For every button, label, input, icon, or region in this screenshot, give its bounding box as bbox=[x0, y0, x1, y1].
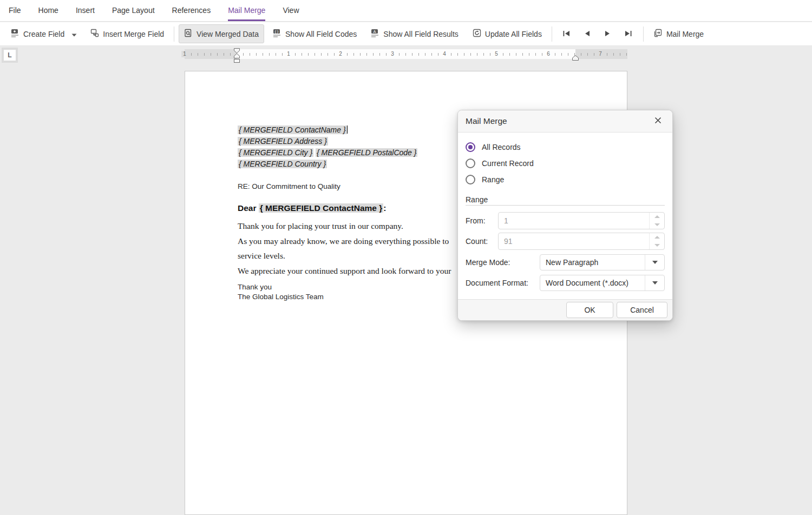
tab-view[interactable]: View bbox=[283, 0, 299, 21]
next-record-icon bbox=[605, 29, 610, 39]
current-record-label: Current Record bbox=[482, 159, 534, 168]
toolbar-separator bbox=[552, 27, 552, 42]
count-field-box bbox=[498, 233, 665, 250]
insert-merge-field-label: Insert Merge Field bbox=[103, 30, 164, 38]
create-field-caret-icon bbox=[71, 30, 77, 38]
left-indent-markers[interactable] bbox=[234, 48, 240, 65]
spin-down-icon bbox=[654, 244, 660, 247]
view-merged-data-button[interactable]: View Merged Data bbox=[179, 24, 264, 43]
view-merged-data-icon bbox=[184, 29, 193, 39]
show-all-field-codes-icon: {) bbox=[273, 29, 281, 39]
mail-merge-dialog: Mail Merge All Records Current Record Ra… bbox=[457, 110, 673, 321]
first-record-button[interactable] bbox=[556, 26, 577, 42]
closing-line: Thank you bbox=[238, 282, 324, 292]
ruler-number: 2 bbox=[337, 51, 344, 57]
ok-button[interactable]: OK bbox=[566, 302, 613, 318]
count-label: Count: bbox=[466, 237, 498, 246]
radio-row-all-records[interactable]: All Records bbox=[466, 139, 665, 155]
create-field-icon bbox=[11, 29, 19, 39]
document-format-dropdown[interactable]: Word Document (*.docx) bbox=[540, 275, 665, 291]
toolbar-separator bbox=[174, 27, 174, 42]
ruler-number: 6 bbox=[545, 51, 552, 57]
tab-stop-selector[interactable]: L bbox=[2, 48, 18, 63]
all-records-label: All Records bbox=[482, 143, 521, 151]
tab-insert[interactable]: Insert bbox=[76, 0, 95, 21]
radio-row-range[interactable]: Range bbox=[466, 171, 665, 188]
closing-line: The Global Logistics Team bbox=[238, 292, 324, 302]
mail-merge-label: Mail Merge bbox=[666, 30, 704, 38]
chevron-down-icon bbox=[652, 261, 658, 264]
merge-mode-dropdown-button[interactable] bbox=[645, 255, 664, 270]
create-field-label: Create Field bbox=[23, 30, 64, 38]
first-line-indent-marker bbox=[234, 49, 240, 54]
subject-line: RE: Our Commitment to Quality bbox=[238, 182, 340, 190]
merge-mode-dropdown[interactable]: New Paragraph bbox=[540, 254, 665, 270]
show-all-field-results-label: Show All Field Results bbox=[383, 30, 459, 38]
view-merged-data-label: View Merged Data bbox=[197, 30, 259, 38]
right-indent-marker[interactable] bbox=[572, 53, 579, 63]
create-field-dropdown[interactable] bbox=[68, 25, 81, 43]
from-spin-up-button[interactable] bbox=[650, 213, 664, 221]
spin-up-icon bbox=[654, 215, 660, 218]
from-input[interactable] bbox=[499, 213, 649, 229]
dialog-footer: OK Cancel bbox=[458, 299, 672, 320]
svg-text:A: A bbox=[374, 29, 376, 34]
insert-merge-field-icon bbox=[90, 29, 99, 39]
dialog-title: Mail Merge bbox=[466, 116, 651, 126]
update-all-fields-button[interactable]: Update All Fields bbox=[467, 24, 547, 43]
body-line: service levels. bbox=[238, 248, 451, 263]
previous-record-button[interactable] bbox=[577, 26, 598, 42]
document-format-dropdown-button[interactable] bbox=[645, 275, 664, 290]
insert-merge-field-button[interactable]: Insert Merge Field bbox=[85, 24, 169, 43]
from-label: From: bbox=[466, 216, 498, 225]
create-field-button[interactable]: Create Field bbox=[5, 24, 70, 43]
radio-row-current-record[interactable]: Current Record bbox=[466, 155, 665, 171]
toolbar-separator bbox=[643, 27, 644, 42]
tab-file[interactable]: File bbox=[9, 0, 21, 21]
close-icon bbox=[654, 116, 662, 126]
address-block: { MERGEFIELD ContactName } { MERGEFIELD … bbox=[238, 124, 417, 170]
mergefield-address: { MERGEFIELD Address } bbox=[238, 137, 328, 146]
mergefield-contactname: { MERGEFIELD ContactName } bbox=[238, 126, 347, 134]
dialog-close-button[interactable] bbox=[651, 114, 665, 128]
ruler-number: 1 bbox=[285, 51, 292, 57]
document-format-value: Word Document (*.docx) bbox=[540, 279, 645, 287]
update-all-fields-icon bbox=[473, 29, 481, 39]
tab-references[interactable]: References bbox=[172, 0, 211, 21]
mergefield-country: { MERGEFIELD Country } bbox=[238, 160, 327, 168]
ruler-number: 5 bbox=[493, 51, 500, 57]
last-record-button[interactable] bbox=[618, 26, 639, 42]
merge-mode-value: New Paragraph bbox=[540, 258, 645, 267]
merge-mode-label: Merge Mode: bbox=[466, 258, 540, 267]
range-section-label: Range bbox=[466, 195, 665, 205]
from-spin-down-button[interactable] bbox=[650, 221, 664, 229]
show-all-field-results-button[interactable]: A Show All Field Results bbox=[365, 24, 464, 43]
count-input[interactable] bbox=[499, 233, 649, 249]
tab-page-layout[interactable]: Page Layout bbox=[112, 0, 155, 21]
document-format-label: Document Format: bbox=[466, 279, 540, 287]
letter-body: Thank you for placing your trust in our … bbox=[238, 219, 451, 278]
range-radio[interactable] bbox=[466, 175, 475, 184]
current-record-radio[interactable] bbox=[466, 159, 475, 168]
update-all-fields-label: Update All Fields bbox=[485, 30, 542, 38]
spin-up-icon bbox=[654, 236, 660, 239]
next-record-button[interactable] bbox=[598, 26, 618, 42]
ruler-number: 7 bbox=[597, 51, 604, 57]
all-records-radio[interactable] bbox=[466, 142, 475, 152]
text-cursor bbox=[347, 126, 348, 134]
body-line: Thank you for placing your trust in our … bbox=[238, 219, 451, 234]
mail-merge-icon bbox=[653, 29, 663, 39]
mail-merge-button[interactable]: Mail Merge bbox=[648, 24, 709, 43]
svg-text:{): {) bbox=[274, 30, 279, 34]
count-spin-up-button[interactable] bbox=[650, 233, 664, 241]
body-line: As you may already know, we are doing ev… bbox=[238, 234, 451, 249]
salutation-line: Dear { MERGEFIELD ContactName }: bbox=[238, 203, 386, 213]
spin-down-icon bbox=[654, 223, 660, 226]
body-line: We appreciate your continued support and… bbox=[238, 263, 451, 279]
mail-merge-toolbar: Create Field Insert Merge Field View Mer… bbox=[0, 22, 812, 46]
tab-home[interactable]: Home bbox=[38, 0, 58, 21]
count-spin-down-button[interactable] bbox=[650, 241, 664, 249]
cancel-button[interactable]: Cancel bbox=[617, 302, 667, 318]
tab-mail-merge[interactable]: Mail Merge bbox=[228, 0, 265, 21]
show-all-field-codes-button[interactable]: {) Show All Field Codes bbox=[267, 24, 362, 43]
